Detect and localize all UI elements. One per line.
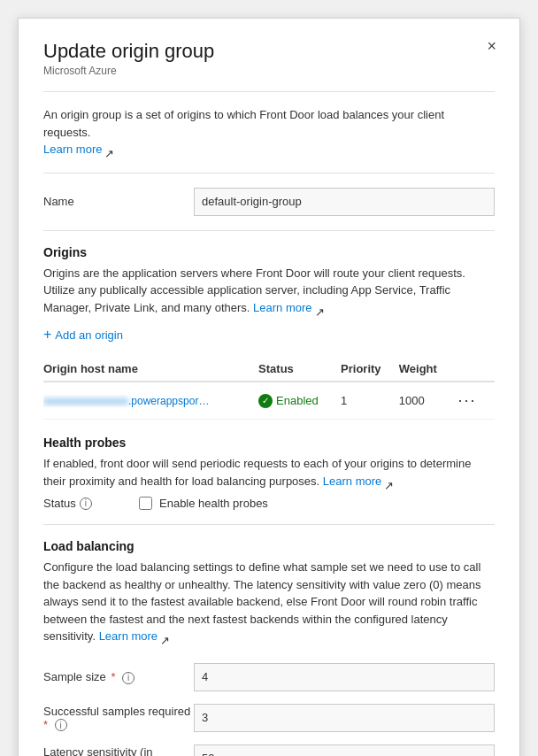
name-label: Name (43, 195, 194, 208)
enable-health-probes-checkbox[interactable] (139, 497, 152, 510)
successful-samples-info-icon: i (55, 719, 67, 731)
origins-external-icon: ↗ (315, 304, 325, 313)
enabled-check-icon (258, 394, 273, 408)
name-divider (43, 230, 495, 231)
successful-samples-label: Successful samples required * i (43, 705, 194, 732)
origin-more-button[interactable]: ··· (455, 390, 480, 412)
sample-size-input[interactable] (194, 663, 495, 691)
col-weight: Weight (399, 357, 455, 382)
health-probes-external-icon: ↗ (384, 477, 394, 487)
health-probes-divider (43, 524, 495, 525)
origin-host-suffix: .powerappsportals.com (128, 395, 211, 407)
blurred-host-prefix: xxxxxxxxxxxxxxxx (43, 395, 128, 407)
add-origin-label: Add an origin (55, 328, 123, 342)
col-priority: Priority (341, 357, 399, 382)
intro-divider (43, 173, 495, 174)
health-probes-status-row: Status i Enable health probes (43, 497, 495, 510)
successful-samples-row: Successful samples required * i (43, 704, 495, 732)
sample-size-label: Sample size * i (43, 670, 194, 684)
update-origin-group-panel: Update origin group Microsoft Azure × An… (18, 18, 520, 756)
status-info-icon: i (80, 498, 92, 510)
latency-row: Latency sensitivity (in milliseconds) * … (43, 744, 495, 756)
col-status: Status (258, 357, 341, 382)
load-balancing-learn-more-link[interactable]: Learn more (99, 629, 158, 643)
header-divider (43, 91, 495, 92)
status-enabled: Enabled (258, 394, 334, 408)
origins-description: Origins are the application servers wher… (43, 265, 495, 317)
health-probes-description: If enabled, front door will send periodi… (43, 455, 495, 490)
panel-header: Update origin group Microsoft Azure (43, 40, 495, 77)
add-origin-button[interactable]: + Add an origin (43, 321, 123, 348)
origins-title: Origins (43, 245, 495, 259)
close-button[interactable]: × (481, 36, 502, 56)
sample-size-required: * (108, 670, 116, 683)
health-probes-title: Health probes (43, 436, 495, 450)
name-input[interactable] (194, 188, 495, 216)
intro-learn-more-link[interactable]: Learn more (43, 143, 102, 156)
plus-icon: + (43, 327, 51, 343)
origins-table: Origin host name Status Priority Weight … (43, 357, 495, 420)
origin-more-cell: ··· (455, 382, 495, 420)
sample-size-row: Sample size * i (43, 663, 495, 691)
sample-size-info-icon: i (122, 672, 134, 684)
latency-input[interactable] (194, 744, 495, 756)
successful-samples-required: * (43, 718, 48, 731)
health-probes-learn-more-link[interactable]: Learn more (323, 474, 381, 488)
panel-title: Update origin group (43, 40, 495, 63)
origin-status-cell: Enabled (258, 382, 341, 420)
load-balancing-title: Load balancing (43, 539, 495, 553)
enable-health-probes-label[interactable]: Enable health probes (139, 497, 268, 510)
status-text: Enabled (276, 394, 319, 407)
enable-health-probes-text: Enable health probes (159, 497, 268, 510)
load-balancing-description: Configure the load balancing settings to… (43, 559, 495, 645)
col-actions (455, 357, 495, 382)
origin-host-link[interactable]: xxxxxxxxxxxxxxxx.powerappsportals.com (43, 395, 211, 407)
origins-learn-more-link[interactable]: Learn more (253, 301, 311, 314)
origins-table-header: Origin host name Status Priority Weight (43, 357, 495, 382)
origin-host-cell: xxxxxxxxxxxxxxxx.powerappsportals.com (43, 382, 258, 420)
origin-priority-cell: 1 (341, 382, 399, 420)
col-host: Origin host name (43, 357, 258, 382)
table-row: xxxxxxxxxxxxxxxx.powerappsportals.com En… (43, 382, 495, 420)
panel-subtitle: Microsoft Azure (43, 65, 495, 77)
successful-samples-input[interactable] (194, 704, 495, 732)
intro-description: An origin group is a set of origins to w… (43, 106, 495, 158)
name-row: Name (43, 188, 495, 216)
intro-external-icon: ↗ (104, 145, 114, 155)
load-balancing-external-icon: ↗ (160, 632, 170, 642)
health-probes-status-label: Status i (43, 497, 132, 510)
origin-weight-cell: 1000 (399, 382, 455, 420)
latency-label: Latency sensitivity (in milliseconds) * … (43, 745, 194, 756)
